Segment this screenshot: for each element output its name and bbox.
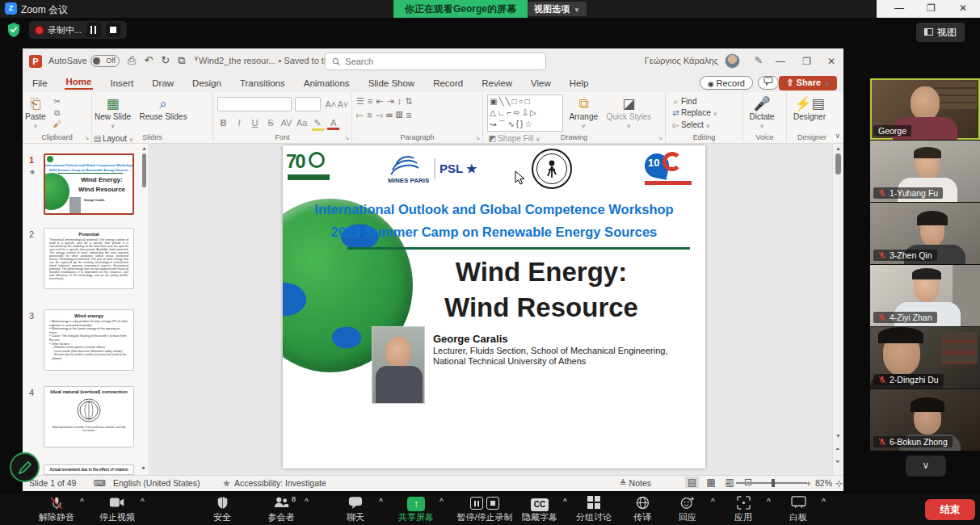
- columns-icon[interactable]: ▥: [396, 110, 406, 120]
- strikethrough-button[interactable]: S: [264, 118, 276, 128]
- collapse-ribbon-icon[interactable]: ∨: [835, 132, 840, 140]
- change-case-button[interactable]: Aa: [296, 118, 308, 128]
- normal-view-icon[interactable]: ▤: [685, 477, 699, 488]
- bold-button[interactable]: B: [217, 118, 229, 128]
- slide-thumbnail-5[interactable]: Actual movement due to the effect of rot…: [44, 464, 134, 475]
- tab-help[interactable]: Help: [568, 78, 591, 88]
- cut-icon[interactable]: ✂: [52, 96, 62, 107]
- slide-thumbnail-4[interactable]: Ideal natural (vertical) convection Idea…: [44, 386, 134, 447]
- video-tile-zhen[interactable]: 3-Zhen Qin: [870, 203, 980, 264]
- comments-button[interactable]: [758, 76, 779, 90]
- video-tile-bokun[interactable]: 6-Bokun Zhong: [870, 389, 980, 451]
- close-button[interactable]: ✕: [959, 2, 967, 14]
- undo-icon[interactable]: ↶: [144, 54, 153, 67]
- zoom-level[interactable]: 82%: [815, 478, 832, 488]
- account-name[interactable]: Γεώργιος Κάραλης: [645, 56, 718, 65]
- tab-draw[interactable]: Draw: [150, 78, 175, 88]
- slide-sorter-icon[interactable]: ▦: [704, 477, 717, 488]
- view-layout-button[interactable]: 视图: [916, 23, 965, 42]
- zoom-out-icon[interactable]: −: [726, 478, 730, 488]
- participants-button[interactable]: 8 ^ 参会者: [250, 494, 312, 525]
- align-left-icon[interactable]: ⟝: [356, 110, 367, 120]
- new-slide-button[interactable]: ▦New Slide∨: [92, 94, 133, 132]
- copy-icon[interactable]: ⧉: [52, 107, 62, 119]
- tab-record[interactable]: Record: [431, 78, 465, 88]
- font-color-button[interactable]: A: [327, 118, 339, 130]
- video-tile-dingzhi[interactable]: 2-Dingzhi Du: [870, 327, 980, 388]
- account-avatar[interactable]: [725, 53, 740, 69]
- justify-icon[interactable]: ☰: [386, 110, 396, 120]
- increase-font-icon[interactable]: A˄: [325, 99, 337, 109]
- quick-styles-button[interactable]: ◪Quick Styles∨: [604, 94, 654, 132]
- thumbnail-scrollbar[interactable]: ▲: [141, 145, 147, 192]
- hide-captions-button[interactable]: CC ^ 隐藏字幕: [509, 494, 570, 525]
- shapes-gallery[interactable]: ▣╲╲□○□△∟⌐⇨⇩▷↝⌒∿{}☆: [487, 94, 563, 132]
- align-right-icon[interactable]: ⟞: [376, 110, 386, 120]
- character-spacing-button[interactable]: AV: [280, 118, 292, 128]
- bullets-icon[interactable]: ☰: [356, 96, 368, 106]
- drawing-dialog-launcher[interactable]: ↘: [658, 135, 662, 141]
- stop-icon[interactable]: [486, 497, 499, 510]
- chevron-up-icon[interactable]: ^: [305, 497, 309, 505]
- dictate-button[interactable]: 🎤Dictate∨: [743, 94, 780, 132]
- underline-button[interactable]: U: [249, 118, 261, 128]
- format-painter-icon[interactable]: 🖌: [52, 119, 62, 130]
- accessibility-status[interactable]: Accessibility: Investigate: [234, 478, 326, 488]
- font-size-select[interactable]: [295, 97, 321, 111]
- restore-button[interactable]: ❐: [927, 2, 936, 14]
- zoom-in-icon[interactable]: ＋: [805, 478, 814, 489]
- tab-design[interactable]: Design: [191, 78, 223, 88]
- ppt-minimize-button[interactable]: —: [776, 56, 785, 67]
- chevron-up-icon[interactable]: ^: [379, 497, 383, 505]
- arrange-button[interactable]: ⧉Arrange∨: [566, 94, 600, 132]
- tab-view[interactable]: View: [529, 78, 553, 88]
- unmute-button[interactable]: ^ 解除静音: [26, 494, 87, 525]
- indent-increase-icon[interactable]: ⇥: [387, 96, 397, 106]
- text-direction-icon[interactable]: ⇅: [405, 96, 415, 106]
- ppt-restore-button[interactable]: ❐: [802, 56, 811, 67]
- select-button[interactable]: ▻Select ∨: [671, 120, 742, 132]
- language-status[interactable]: English (United States): [113, 478, 200, 488]
- ppt-close-button[interactable]: ✕: [827, 56, 835, 67]
- video-tile-yuhang[interactable]: 1-Yuhang Fu: [870, 141, 980, 202]
- tab-animations[interactable]: Animations: [302, 78, 351, 88]
- stop-video-button[interactable]: ^ 停止视频: [86, 494, 148, 525]
- security-button[interactable]: 安全: [191, 494, 253, 525]
- reuse-slides-button[interactable]: ⌕Reuse Slides: [137, 94, 189, 123]
- record-button[interactable]: ◉Record: [700, 76, 753, 90]
- apps-button[interactable]: ^ 应用: [713, 494, 774, 525]
- tab-file[interactable]: File: [31, 78, 49, 88]
- paragraph-dialog-launcher[interactable]: ↘: [475, 135, 480, 141]
- pause-icon[interactable]: [470, 497, 483, 510]
- zoom-slider[interactable]: [736, 482, 807, 484]
- chevron-up-icon[interactable]: ^: [141, 497, 145, 505]
- decrease-font-icon[interactable]: A˅: [337, 99, 349, 109]
- slide-thumbnail-1[interactable]: International Outlook and Global Compete…: [44, 153, 134, 215]
- video-tile-ziyi[interactable]: 4-Ziyi Zhan: [870, 265, 980, 326]
- minimize-button[interactable]: —: [894, 2, 904, 14]
- next-slide-icon[interactable]: ⏷: [835, 459, 840, 465]
- collapse-participants-button[interactable]: ∨: [906, 456, 946, 477]
- italic-button[interactable]: I: [233, 118, 245, 128]
- slide-thumbnail-3[interactable]: Wind energy • Wind energy is a by-produc…: [44, 309, 134, 371]
- chat-button[interactable]: ^ 聊天: [325, 494, 386, 525]
- font-dialog-launcher[interactable]: ↘: [344, 135, 349, 141]
- previous-slide-icon[interactable]: ⏶: [835, 446, 840, 452]
- notes-button[interactable]: ≜ Notes: [620, 478, 651, 488]
- chevron-up-icon[interactable]: ^: [80, 497, 84, 505]
- fit-slide-icon[interactable]: ⊹: [835, 478, 843, 488]
- paste-button[interactable]: ⎗Paste∨: [23, 94, 48, 132]
- slideshow-icon[interactable]: ⧉: [178, 54, 185, 67]
- view-options-button[interactable]: 视图选项▼: [528, 2, 587, 16]
- pause-recording-button[interactable]: [86, 23, 101, 37]
- slide-canvas[interactable]: 70 MINES PARIS PSL ★ 10 Internationa: [150, 144, 837, 475]
- numbering-icon[interactable]: ≡: [368, 96, 376, 106]
- annotation-pencil-button[interactable]: [10, 452, 40, 482]
- redo-icon[interactable]: ↻: [161, 54, 170, 67]
- chevron-up-icon[interactable]: ^: [440, 497, 444, 505]
- autosave-toggle[interactable]: Off: [90, 55, 120, 67]
- scroll-down-icon[interactable]: ▼: [835, 433, 841, 439]
- smartart-icon[interactable]: ⧈: [406, 110, 415, 120]
- scroll-down-icon[interactable]: ▼: [141, 465, 146, 471]
- find-button[interactable]: ⌕Find: [671, 96, 742, 107]
